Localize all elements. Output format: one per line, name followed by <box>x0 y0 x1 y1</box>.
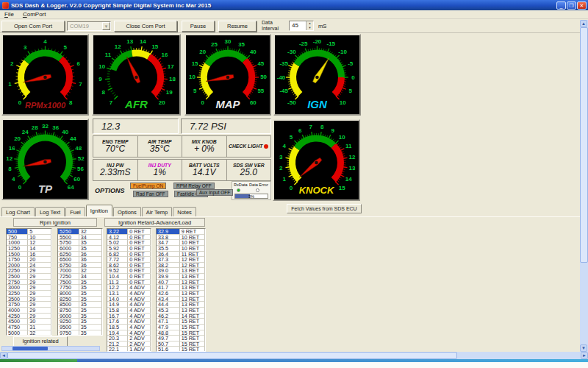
tab-air-temp[interactable]: Air Temp <box>142 207 172 217</box>
tab-log-text[interactable]: Log Text <box>35 207 65 217</box>
grid-cell-value[interactable]: 31 <box>28 325 51 330</box>
grid-cell-value[interactable]: 20 <box>28 257 51 263</box>
grid-cell-value[interactable]: 9 RET <box>180 229 205 235</box>
grid-cell-key[interactable]: 18.5 <box>107 325 128 330</box>
grid-cell-value[interactable]: 4 ADV <box>128 285 151 291</box>
grid-cell-value[interactable]: 13 RET <box>180 291 205 297</box>
grid-cell-value[interactable]: 15 RET <box>180 330 205 336</box>
grid-cell-value[interactable]: 12 RET <box>180 263 205 269</box>
grid-cell-key[interactable]: 1000 <box>7 240 28 246</box>
grid-cell-key[interactable]: 9.52 <box>107 268 128 274</box>
grid-cell-key[interactable]: 47.9 <box>157 325 180 330</box>
com-port-combobox[interactable]: COM19 ▼ <box>67 21 111 31</box>
data-interval-spinner[interactable]: 45 ▲▼ <box>289 21 314 31</box>
grid-cell-key[interactable]: 4250 <box>7 314 28 319</box>
tab-notes[interactable]: Notes <box>173 207 196 217</box>
grid-cell-key[interactable]: 5500 <box>58 235 79 241</box>
grid-cell-key[interactable]: 7.72 <box>107 257 128 263</box>
grid-cell-value[interactable]: 10 RET <box>180 246 205 252</box>
grid-cell-value[interactable]: 0 RET <box>128 280 151 286</box>
grid-cell-value[interactable]: 35 <box>79 246 102 252</box>
grid-cell-value[interactable]: 30 <box>28 319 51 325</box>
grid-cell-key[interactable]: 38.2 <box>157 263 180 269</box>
grid-cell-value[interactable]: 14 RET <box>180 314 205 319</box>
grid-cell-key[interactable]: 5000 <box>7 330 28 336</box>
grid-cell-key[interactable]: 1500 <box>7 252 28 258</box>
grid-horizontal-scrollbar[interactable] <box>1 346 100 351</box>
scroll-up-arrow-icon[interactable]: ▲ <box>580 20 587 27</box>
grid-cell-value[interactable]: 35 <box>79 240 102 246</box>
grid-cell-value[interactable]: 36 <box>79 257 102 263</box>
grid-cell-key[interactable]: 4.12 <box>107 235 128 241</box>
grid-cell-value[interactable]: 29 <box>28 302 51 308</box>
scroll-down-arrow-icon[interactable]: ▼ <box>580 344 587 352</box>
grid-cell-key[interactable]: 9500 <box>58 325 79 330</box>
grid-cell-key[interactable]: 6750 <box>58 263 79 269</box>
grid-cell-value[interactable]: 29 <box>28 297 51 302</box>
grid-cell-key[interactable]: 7500 <box>58 280 79 286</box>
grid-cell-value[interactable]: 29 <box>28 285 51 291</box>
grid-cell-value[interactable]: 10 <box>28 235 51 241</box>
grid-cell-key[interactable]: 11.3 <box>107 280 128 286</box>
grid-cell-key[interactable]: 5.92 <box>107 246 128 252</box>
grid-cell-key[interactable]: 8250 <box>58 297 79 302</box>
grid-cell-value[interactable]: 35 <box>79 330 102 336</box>
grid-cell-key[interactable]: 8.62 <box>107 263 128 269</box>
grid-cell-key[interactable]: 6000 <box>58 246 79 252</box>
grid-cell-key[interactable]: 4750 <box>7 325 28 330</box>
minimize-button[interactable]: _ <box>556 1 566 10</box>
grid-cell-value[interactable]: 32 <box>28 330 51 336</box>
grid-cell-key[interactable]: 50.7 <box>157 342 180 347</box>
grid-cell-value[interactable]: 35 <box>79 280 102 286</box>
grid-cell-value[interactable]: 34 <box>79 274 102 280</box>
grid-cell-key[interactable]: 3000 <box>7 285 28 291</box>
grid-cell-key[interactable]: 10.4 <box>107 274 128 280</box>
grid-cell-key[interactable]: 3.22 <box>107 229 128 235</box>
grid-cell-value[interactable]: 2 ADV <box>128 342 151 347</box>
grid-cell-value[interactable]: 4 ADV <box>128 291 151 297</box>
grid-cell-key[interactable]: 9750 <box>58 330 79 336</box>
grid-cell-value[interactable]: 13 RET <box>180 280 205 286</box>
grid-cell-value[interactable]: 4 ADV <box>128 302 151 308</box>
grid-cell-value[interactable]: 0 RET <box>128 235 151 241</box>
grid-cell-value[interactable]: 29 <box>28 291 51 297</box>
grid-cell-value[interactable]: 15 RET <box>180 319 205 325</box>
grid-cell-key[interactable]: 15.8 <box>107 308 128 314</box>
grid-cell-value[interactable]: 35 <box>79 297 102 302</box>
grid-cell-key[interactable]: 35.5 <box>157 246 180 252</box>
grid-cell-key[interactable]: 13.1 <box>107 291 128 297</box>
grid-cell-value[interactable]: 32 <box>79 229 102 235</box>
ignition-related-button[interactable]: Ignition related <box>13 336 68 347</box>
grid-cell-value[interactable]: 4 ADV <box>128 325 151 330</box>
grid-cell-key[interactable]: 45.3 <box>157 308 180 314</box>
grid-cell-value[interactable]: 0 RET <box>128 229 151 235</box>
grid-cell-key[interactable]: 7250 <box>58 274 79 280</box>
grid-cell-value[interactable]: 29 <box>28 280 51 286</box>
grid-cell-key[interactable]: 8750 <box>58 308 79 314</box>
hscrollbar-thumb[interactable] <box>7 352 457 359</box>
grid-cell-value[interactable]: 4 ADV <box>128 314 151 319</box>
grid-cell-key[interactable]: 3250 <box>7 291 28 297</box>
grid-cell-key[interactable]: 36.4 <box>157 252 180 258</box>
grid-cell-key[interactable]: 2500 <box>7 274 28 280</box>
grid-cell-key[interactable]: 21.2 <box>107 342 128 347</box>
tab-log-chart[interactable]: Log Chart <box>1 207 35 217</box>
grid-cell-value[interactable]: 35 <box>79 319 102 325</box>
grid-cell-key[interactable]: 47.1 <box>157 319 180 325</box>
grid-cell-key[interactable]: 4500 <box>7 319 28 325</box>
grid-cell-key[interactable]: 48.8 <box>157 330 180 336</box>
grid-cell-key[interactable]: 5750 <box>58 240 79 246</box>
grid-cell-key[interactable]: 8000 <box>58 291 79 297</box>
grid-cell-key[interactable]: 750 <box>7 235 28 241</box>
grid-cell-value[interactable]: 4 ADV <box>128 330 151 336</box>
grid-cell-key[interactable]: 1750 <box>7 257 28 263</box>
grid-cell-value[interactable]: 35 <box>79 314 102 319</box>
close-button[interactable]: ✕ <box>577 1 587 10</box>
grid-cell-value[interactable]: 15 RET <box>180 325 205 330</box>
grid-cell-value[interactable]: 0 RET <box>128 252 151 258</box>
grid-scrollbar-thumb[interactable] <box>12 347 48 350</box>
grid-cell-key[interactable]: 46.2 <box>157 314 180 319</box>
grid-cell-key[interactable]: 17.6 <box>107 319 128 325</box>
grid-cell-value[interactable]: 0 RET <box>128 274 151 280</box>
grid-cell-key[interactable]: 39.9 <box>157 274 180 280</box>
